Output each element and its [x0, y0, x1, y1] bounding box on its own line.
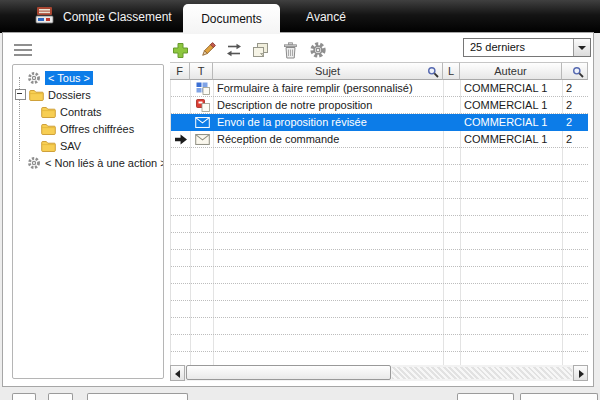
date-cell: 2	[563, 80, 588, 96]
tree-item-dossiers[interactable]: Dossiers	[15, 86, 91, 103]
empty-row	[171, 335, 588, 352]
record-count-select[interactable]: 25 derniers	[463, 38, 591, 57]
tree-item-label: < Non liés à une action >	[45, 157, 164, 169]
date-cell: 2	[563, 114, 588, 130]
bottom-button-4[interactable]	[457, 393, 514, 400]
settings-button[interactable]	[308, 40, 328, 60]
search-icon[interactable]	[427, 66, 439, 78]
col-header-auteur[interactable]: Auteur	[460, 62, 562, 80]
collapse-icon[interactable]	[15, 89, 26, 100]
table-header: F T Sujet L Auteur	[170, 62, 588, 80]
mail-icon	[191, 131, 214, 147]
subject-cell: Réception de commande	[214, 131, 444, 147]
empty-row	[171, 199, 588, 216]
tree-item-label: SAV	[60, 140, 81, 152]
table-row[interactable]: Description de notre proposition COMMERC…	[171, 97, 588, 114]
bottom-button-1[interactable]	[12, 393, 36, 400]
pencil-icon	[199, 41, 217, 59]
scrollbar-thumb[interactable]	[186, 365, 391, 380]
bottom-button-2[interactable]	[48, 393, 73, 400]
empty-row	[171, 165, 588, 182]
tree-item-sav[interactable]: SAV	[41, 137, 81, 154]
record-count-value: 25 derniers	[470, 39, 525, 56]
tab-avance[interactable]: Avancé	[296, 0, 356, 33]
delete-button[interactable]	[280, 40, 300, 60]
empty-row	[171, 301, 588, 318]
empty-row	[171, 216, 588, 233]
documents-table: F T Sujet L Auteur	[170, 62, 588, 381]
author-cell: COMMERCIAL 1	[461, 97, 563, 113]
col-header-date[interactable]	[562, 62, 588, 80]
empty-row	[171, 352, 588, 365]
bottom-button-3[interactable]	[87, 393, 188, 400]
arrow-right-icon	[579, 370, 584, 378]
empty-row	[171, 233, 588, 250]
folder-icon	[41, 123, 56, 135]
menu-hamburger-icon[interactable]	[14, 44, 32, 57]
scrollbar-track[interactable]	[392, 367, 572, 379]
trash-icon	[283, 42, 298, 59]
edit-button[interactable]	[198, 40, 218, 60]
empty-row	[171, 318, 588, 335]
col-header-sujet[interactable]: Sujet	[213, 62, 443, 80]
l-cell	[444, 80, 461, 96]
gear-icon	[309, 41, 327, 59]
subject-cell: Envoi de la proposition révisée	[214, 114, 444, 130]
empty-row	[171, 267, 588, 284]
tree-item-label: < Tous >	[45, 71, 93, 85]
tab-documents[interactable]: Documents	[183, 4, 280, 34]
empty-row	[171, 284, 588, 301]
folder-icon	[41, 140, 56, 152]
tab-classement[interactable]: Classement	[104, 0, 176, 33]
tree-item-label: Contrats	[60, 106, 102, 118]
dropdown-button[interactable]	[573, 39, 590, 56]
main-panel: 25 derniers < Tous > Dossiers Contrats	[2, 32, 594, 387]
col-header-l[interactable]: L	[443, 62, 460, 80]
date-cell: 2	[563, 97, 588, 113]
arrow-icon	[171, 131, 191, 147]
arrow-left-icon	[175, 370, 180, 378]
table-row[interactable]: Formulaire à faire remplir (personnalisé…	[171, 80, 588, 97]
subject-cell: Description de notre proposition	[214, 97, 444, 113]
swap-arrows-icon	[225, 43, 243, 57]
transfer-button[interactable]	[224, 40, 244, 60]
search-icon[interactable]	[572, 66, 584, 78]
chevron-down-icon	[578, 46, 586, 50]
tree-item-contrats[interactable]: Contrats	[41, 103, 102, 120]
tree-item-offres-chiffrees[interactable]: Offres chiffrées	[41, 120, 134, 137]
bottom-button-5[interactable]	[520, 393, 598, 400]
plus-icon	[172, 42, 189, 59]
l-cell	[444, 131, 461, 147]
copy-icon	[252, 42, 269, 58]
folder-tree: < Tous > Dossiers Contrats Offres chiffr…	[12, 64, 164, 379]
mail-icon	[191, 114, 214, 130]
table-row-selected[interactable]: Envoi de la proposition révisée COMMERCI…	[171, 114, 588, 131]
form-icon	[191, 80, 214, 96]
empty-row	[171, 182, 588, 199]
author-cell: COMMERCIAL 1	[461, 114, 563, 130]
horizontal-scrollbar[interactable]	[170, 365, 588, 381]
folder-icon	[29, 89, 44, 101]
gear-icon	[27, 156, 41, 170]
tree-item-tous[interactable]: < Tous >	[27, 69, 93, 86]
add-button[interactable]	[170, 40, 190, 60]
duplicate-button[interactable]	[250, 40, 270, 60]
scroll-right-button[interactable]	[573, 365, 588, 381]
scroll-left-button[interactable]	[170, 365, 185, 381]
col-header-label: Sujet	[315, 65, 340, 77]
table-row[interactable]: Réception de commande COMMERCIAL 1 2	[171, 131, 588, 148]
l-cell	[444, 114, 461, 130]
note-icon	[191, 97, 214, 113]
col-header-f[interactable]: F	[170, 62, 190, 80]
gear-icon	[27, 71, 41, 85]
tree-item-non-lies[interactable]: < Non liés à une action >	[27, 154, 164, 171]
flag-cell	[171, 80, 191, 96]
date-cell: 2	[563, 131, 588, 147]
author-cell: COMMERCIAL 1	[461, 80, 563, 96]
flag-cell	[171, 114, 191, 130]
empty-row	[171, 250, 588, 267]
col-header-t[interactable]: T	[190, 62, 213, 80]
tab-bar: Compte Classement Documents Avancé	[0, 0, 600, 33]
subject-cell: Formulaire à faire remplir (personnalisé…	[214, 80, 444, 96]
author-cell: COMMERCIAL 1	[461, 131, 563, 147]
